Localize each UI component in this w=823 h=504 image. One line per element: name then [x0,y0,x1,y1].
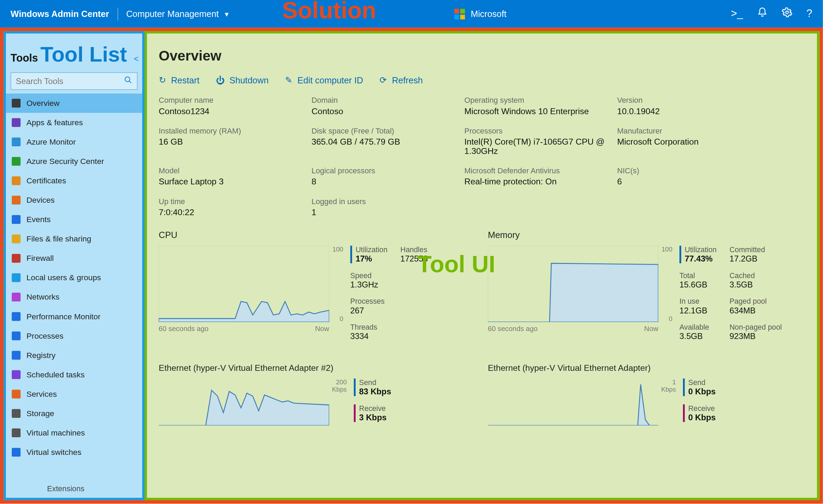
cpu-title: CPU [159,230,476,240]
top-bar: Windows Admin Center Computer Management… [0,0,823,28]
solution-dropdown[interactable]: Computer Management ▼ [126,9,230,19]
sidebar-item-local-users-groups[interactable]: Local users & groups [6,268,142,287]
sidebar-item-label: Azure Monitor [26,138,76,146]
sidebar-item-label: Certificates [26,176,66,185]
sidebar-item-firewall[interactable]: Firewall [6,249,142,268]
cpu-handles-value: 172553 [400,254,428,263]
processors-label: Processors [464,126,611,135]
sidebar-item-label: Registry [26,351,55,359]
uptime-label: Up time [159,197,306,205]
refresh-icon: ⟳ [380,75,387,85]
tool-icon [12,157,20,166]
sidebar-item-devices[interactable]: Devices [6,190,142,210]
eth1-block: Ethernet (hyper-V Virtual Ethernet Adapt… [159,363,476,430]
search-icon [124,76,132,86]
solution-label: Computer Management [126,9,219,19]
powershell-icon[interactable]: >_ [731,8,743,20]
ram-value: 16 GB [159,137,306,146]
eth2-block: Ethernet (hyper-V Virtual Ethernet Adapt… [488,363,805,430]
help-icon[interactable]: ? [806,8,812,20]
collapse-sidebar-icon[interactable]: < [134,54,139,63]
settings-icon[interactable] [782,7,793,20]
tool-icon [12,196,20,204]
eth2-chart [488,378,658,425]
sidebar-item-label: Azure Security Center [26,157,104,166]
eth2-recv-label: Receive [688,404,716,413]
microsoft-label: Microsoft [471,9,506,19]
sidebar-item-virtual-machines[interactable]: Virtual machines [6,423,142,442]
cpu-handles-label: Handles [400,246,428,254]
eth1-recv-label: Receive [359,404,391,413]
eth1-send-value: 83 Kbps [359,387,391,396]
tool-icon [12,138,20,146]
tool-icon [12,312,20,321]
restart-button[interactable]: ↻ Restart [159,75,200,85]
mem-time-end: Now [644,324,658,333]
computer-name-label: Computer name [159,96,306,104]
page-title: Overview [159,48,805,64]
sidebar-item-events[interactable]: Events [6,210,142,229]
chevron-down-icon: ▼ [223,10,230,17]
defender-value: Real-time protection: On [464,177,611,186]
version-value: 10.0.19042 [617,107,805,116]
edit-computer-id-button[interactable]: ✎ Edit computer ID [285,75,363,85]
eth1-send-label: Send [359,378,391,387]
memory-chart [488,246,658,322]
os-label: Operating system [464,96,611,104]
sidebar-item-performance-monitor[interactable]: Performance Monitor [6,307,142,326]
sidebar-item-label: Devices [26,196,55,204]
mem-total-value: 15.6GB [679,280,716,289]
logical-label: Logical processors [311,166,458,175]
sidebar-item-storage[interactable]: Storage [6,404,142,423]
main-pane: Tool UI Overview ↻ Restart ⏻ Shutdown ✎ … [145,31,819,500]
mem-cached-value: 3.5GB [730,280,782,289]
eth2-title: Ethernet (hyper-V Virtual Ethernet Adapt… [488,363,805,373]
extensions-label[interactable]: Extensions [6,482,142,498]
notifications-icon[interactable] [757,7,768,20]
sidebar-item-label: Overview [26,99,60,107]
search-tools-box[interactable] [11,72,138,90]
tool-icon [12,370,20,379]
sidebar-item-networks[interactable]: Networks [6,287,142,307]
cpu-threads-label: Threads [350,323,387,331]
sidebar-item-label: Apps & features [26,118,83,127]
restart-label: Restart [171,75,199,85]
refresh-button[interactable]: ⟳ Refresh [380,75,423,85]
memory-title: Memory [488,230,805,240]
power-icon: ⏻ [216,75,225,85]
sidebar-item-label: Processes [26,331,63,340]
tool-icon [12,429,20,437]
sidebar-item-registry[interactable]: Registry [6,346,142,365]
sidebar-item-services[interactable]: Services [6,384,142,404]
shutdown-button[interactable]: ⏻ Shutdown [216,75,268,85]
sidebar-item-virtual-switches[interactable]: Virtual switches [6,442,142,462]
tools-heading: Tools [11,52,38,65]
nics-label: NIC(s) [617,166,805,175]
sidebar-item-scheduled-tasks[interactable]: Scheduled tasks [6,365,142,384]
sidebar-item-apps-features[interactable]: Apps & features [6,113,142,132]
sidebar-item-certificates[interactable]: Certificates [6,171,142,190]
mem-total-label: Total [679,272,716,280]
sidebar-item-label: Services [26,390,57,398]
memory-chart-block: Memory 60 seconds agoNow 1000 [488,230,805,349]
sidebar-item-processes[interactable]: Processes [6,326,142,346]
eth1-title: Ethernet (hyper-V Virtual Ethernet Adapt… [159,363,476,373]
defender-label: Microsoft Defender Antivirus [464,166,611,175]
mem-ymax: 100 [658,246,673,253]
logical-value: 8 [311,177,458,186]
tool-icon [12,331,20,340]
cpu-util-value: 17% [356,254,387,263]
sidebar-item-overview[interactable]: Overview [6,93,142,113]
sidebar-item-azure-monitor[interactable]: Azure Monitor [6,132,142,152]
app-brand: Windows Admin Center [11,9,109,19]
eth1-chart [159,378,329,425]
tool-icon [12,99,20,107]
sidebar-item-files-file-sharing[interactable]: Files & file sharing [6,229,142,249]
search-input[interactable] [16,76,124,86]
cpu-time-start: 60 seconds ago [159,324,209,333]
sidebar-item-azure-security-center[interactable]: Azure Security Center [6,152,142,171]
computer-name-value: Contoso1234 [159,107,306,116]
cpu-speed-label: Speed [350,272,387,280]
tool-icon [12,235,20,243]
restart-icon: ↻ [159,75,166,85]
